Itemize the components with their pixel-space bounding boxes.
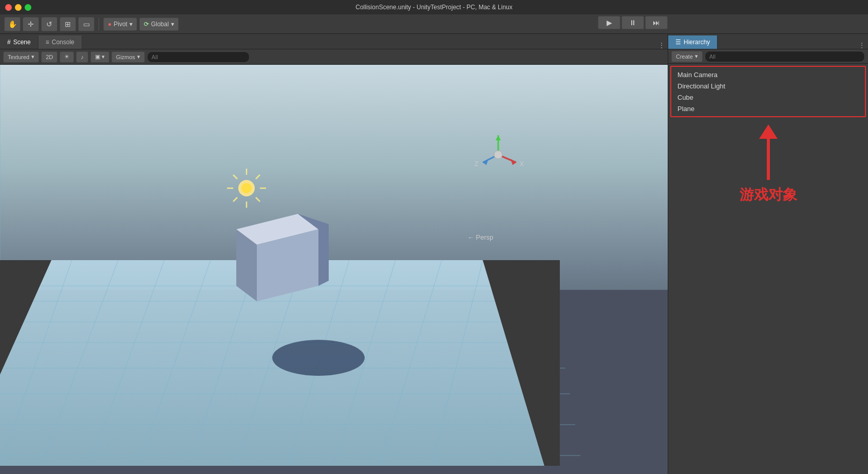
play-controls: ▶ ⏸ ⏭ [598, 16, 668, 29]
global-dropdown[interactable]: ⟳ Global ▾ [139, 17, 179, 31]
hierarchy-red-box: Main Camera Directional Light Cube Plane [670, 66, 866, 117]
scene-tab-options[interactable]: ⋮ [658, 42, 668, 49]
hierarchy-item-plane[interactable]: Plane [671, 103, 865, 114]
hierarchy-list-container: Main Camera Directional Light Cube Plane [668, 64, 868, 119]
hierarchy-search-input[interactable] [705, 51, 865, 62]
scene-search-input[interactable] [147, 51, 250, 63]
svg-point-24 [272, 340, 365, 376]
title-text: CollisionScene.unity - UnityTestProject … [355, 4, 512, 11]
pause-button[interactable]: ⏸ [621, 16, 644, 29]
textured-dropdown[interactable]: Textured ▾ [3, 51, 39, 63]
title-bar: CollisionScene.unity - UnityTestProject … [0, 0, 868, 14]
hierarchy-tab-options[interactable]: ⋮ [859, 42, 868, 49]
create-dropdown[interactable]: Create ▾ [671, 51, 703, 62]
toolbar-sep-1 [99, 18, 99, 30]
rotate-tool-button[interactable]: ↺ [41, 17, 58, 31]
gizmos-dropdown[interactable]: Gizmos ▾ [111, 51, 145, 63]
maximize-button[interactable] [25, 4, 31, 11]
hierarchy-item-main-camera[interactable]: Main Camera [671, 69, 865, 80]
close-button[interactable] [5, 4, 12, 11]
tab-scene[interactable]: # Scene [0, 35, 39, 49]
window-controls [5, 4, 31, 11]
tab-hierarchy[interactable]: ☰ Hierarchy [668, 35, 718, 49]
pivot-dropdown[interactable]: ● Pivot ▾ [103, 17, 137, 31]
annotation-arrow [759, 124, 778, 180]
svg-point-45 [494, 151, 502, 159]
arrow-head-icon [759, 124, 778, 139]
scene-toolbar: Textured ▾ 2D ☀ ♪ ▣ ▾ Gizmos ▾ [0, 49, 668, 65]
audio-button[interactable]: ♪ [76, 51, 88, 63]
hierarchy-toolbar: Create ▾ [668, 49, 868, 64]
scene-panel: # Scene ≡ Console ⋮ Textured ▾ 2D ☀ ♪ [0, 34, 668, 474]
lighting-button[interactable]: ☀ [60, 51, 74, 63]
minimize-button[interactable] [15, 4, 22, 11]
play-button[interactable]: ▶ [598, 16, 620, 29]
svg-text:Z: Z [475, 160, 478, 168]
move-tool-button[interactable]: ✛ [23, 17, 39, 31]
scale-tool-button[interactable]: ⊞ [60, 17, 76, 31]
hand-tool-button[interactable]: ✋ [4, 17, 21, 31]
step-button[interactable]: ⏭ [645, 16, 668, 29]
svg-text:X: X [520, 160, 524, 168]
hierarchy-item-cube[interactable]: Cube [671, 92, 865, 103]
scene-tab-bar: # Scene ≡ Console ⋮ [0, 34, 668, 49]
scene-viewport[interactable]: X Z ← Persp [0, 65, 668, 474]
2d-button[interactable]: 2D [41, 51, 58, 63]
tab-console[interactable]: ≡ Console [39, 35, 82, 49]
annotation-text: 游戏对象 [740, 185, 797, 205]
hierarchy-item-directional-light[interactable]: Directional Light [671, 80, 865, 92]
main-layout: # Scene ≡ Console ⋮ Textured ▾ 2D ☀ ♪ [0, 34, 868, 474]
main-toolbar: ✋ ✛ ↺ ⊞ ▭ ● Pivot ▾ ⟳ Global ▾ ▶ ⏸ ⏭ [0, 14, 868, 34]
viewport-svg: X Z ← Persp [0, 65, 668, 474]
arrow-line [767, 139, 770, 180]
hierarchy-tab-bar: ☰ Hierarchy ⋮ [668, 34, 868, 49]
svg-point-30 [241, 183, 252, 193]
right-panel: ☰ Hierarchy ⋮ Create ▾ Main Camera Direc… [668, 34, 868, 474]
rect-tool-button[interactable]: ▭ [78, 17, 95, 31]
svg-text:← Persp: ← Persp [467, 233, 494, 241]
annotation-area: 游戏对象 [668, 119, 868, 210]
effects-button[interactable]: ▣ ▾ [90, 51, 109, 63]
